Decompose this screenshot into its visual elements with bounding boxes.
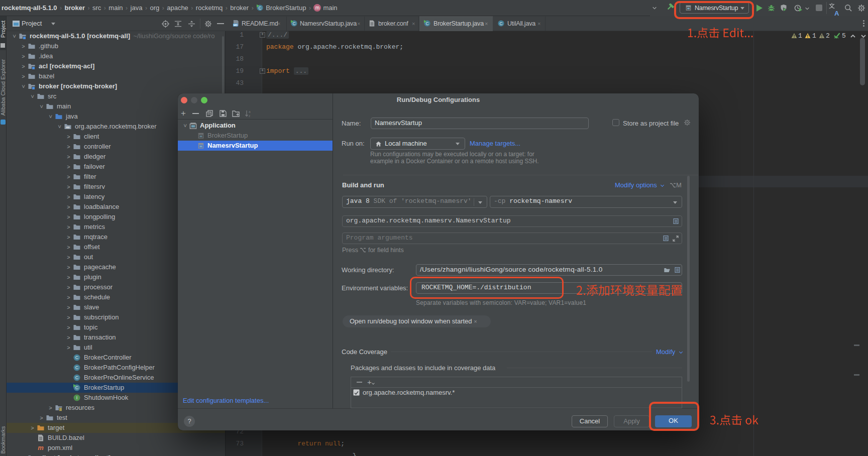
svg-text:a: a [249,110,251,113]
svg-text:z: z [249,114,250,118]
